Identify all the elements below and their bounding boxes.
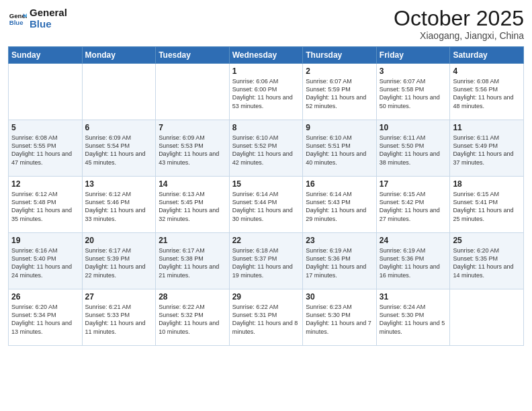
day-number: 12: [11, 179, 79, 189]
day-number: 6: [85, 123, 153, 132]
calendar-day-cell: 9Sunrise: 6:10 AM Sunset: 5:51 PM Daylig…: [303, 120, 377, 177]
svg-text:Blue: Blue: [9, 19, 24, 26]
calendar-day-cell: 7Sunrise: 6:09 AM Sunset: 5:53 PM Daylig…: [156, 120, 230, 177]
day-number: 18: [453, 179, 521, 189]
calendar-day-cell: 8Sunrise: 6:10 AM Sunset: 5:52 PM Daylig…: [229, 120, 303, 177]
day-number: 22: [232, 236, 300, 245]
day-number: 23: [306, 236, 373, 245]
day-detail: Sunrise: 6:22 AM Sunset: 5:31 PM Dayligh…: [232, 303, 300, 336]
day-number: 20: [85, 236, 153, 245]
calendar-day-cell: 14Sunrise: 6:13 AM Sunset: 5:45 PM Dayli…: [156, 177, 230, 233]
weekday-header: Wednesday: [229, 47, 303, 64]
calendar-day-cell: 27Sunrise: 6:21 AM Sunset: 5:33 PM Dayli…: [82, 289, 156, 346]
calendar-week-row: 19Sunrise: 6:16 AM Sunset: 5:40 PM Dayli…: [9, 233, 524, 289]
calendar-week-row: 1Sunrise: 6:06 AM Sunset: 6:00 PM Daylig…: [9, 64, 524, 120]
day-detail: Sunrise: 6:22 AM Sunset: 5:32 PM Dayligh…: [159, 303, 226, 336]
day-detail: Sunrise: 6:15 AM Sunset: 5:42 PM Dayligh…: [380, 190, 447, 223]
day-number: 21: [159, 236, 226, 245]
day-number: 16: [306, 179, 373, 189]
calendar-day-cell: 5Sunrise: 6:08 AM Sunset: 5:55 PM Daylig…: [9, 120, 83, 177]
day-detail: Sunrise: 6:11 AM Sunset: 5:50 PM Dayligh…: [380, 134, 447, 167]
day-detail: Sunrise: 6:18 AM Sunset: 5:37 PM Dayligh…: [232, 246, 300, 279]
day-number: 7: [159, 123, 226, 132]
day-number: 9: [306, 123, 373, 132]
logo-icon: General Blue: [8, 9, 27, 28]
day-detail: Sunrise: 6:13 AM Sunset: 5:45 PM Dayligh…: [159, 190, 226, 223]
day-number: 3: [380, 66, 447, 76]
calendar-day-cell: [82, 64, 156, 120]
calendar-day-cell: 18Sunrise: 6:15 AM Sunset: 5:41 PM Dayli…: [450, 177, 524, 233]
calendar-day-cell: 19Sunrise: 6:16 AM Sunset: 5:40 PM Dayli…: [9, 233, 83, 289]
day-number: 5: [11, 123, 79, 132]
day-number: 15: [232, 179, 300, 189]
calendar-week-row: 5Sunrise: 6:08 AM Sunset: 5:55 PM Daylig…: [9, 120, 524, 177]
location: Xiaogang, Jiangxi, China: [394, 30, 524, 41]
day-detail: Sunrise: 6:06 AM Sunset: 6:00 PM Dayligh…: [232, 77, 300, 110]
day-detail: Sunrise: 6:20 AM Sunset: 5:34 PM Dayligh…: [11, 303, 79, 336]
day-detail: Sunrise: 6:24 AM Sunset: 5:30 PM Dayligh…: [380, 303, 447, 336]
weekday-header: Saturday: [450, 47, 524, 64]
day-number: 2: [306, 66, 373, 76]
page-container: General Blue General Blue October 2025 X…: [0, 0, 532, 411]
calendar-day-cell: 1Sunrise: 6:06 AM Sunset: 6:00 PM Daylig…: [229, 64, 303, 120]
day-detail: Sunrise: 6:07 AM Sunset: 5:59 PM Dayligh…: [306, 77, 373, 110]
day-number: 4: [453, 66, 521, 76]
day-number: 31: [380, 292, 447, 302]
day-detail: Sunrise: 6:08 AM Sunset: 5:55 PM Dayligh…: [11, 134, 79, 167]
day-detail: Sunrise: 6:17 AM Sunset: 5:38 PM Dayligh…: [159, 246, 226, 279]
day-detail: Sunrise: 6:09 AM Sunset: 5:53 PM Dayligh…: [159, 134, 226, 167]
day-number: 14: [159, 179, 226, 189]
day-number: 1: [232, 66, 300, 76]
calendar-day-cell: 23Sunrise: 6:19 AM Sunset: 5:36 PM Dayli…: [303, 233, 377, 289]
day-detail: Sunrise: 6:11 AM Sunset: 5:49 PM Dayligh…: [453, 134, 521, 167]
day-number: 26: [11, 292, 79, 302]
calendar-day-cell: 2Sunrise: 6:07 AM Sunset: 5:59 PM Daylig…: [303, 64, 377, 120]
calendar-day-cell: 24Sunrise: 6:19 AM Sunset: 5:36 PM Dayli…: [376, 233, 450, 289]
calendar-day-cell: 16Sunrise: 6:14 AM Sunset: 5:43 PM Dayli…: [303, 177, 377, 233]
day-detail: Sunrise: 6:20 AM Sunset: 5:35 PM Dayligh…: [453, 246, 521, 279]
calendar-day-cell: 12Sunrise: 6:12 AM Sunset: 5:48 PM Dayli…: [9, 177, 83, 233]
day-number: 8: [232, 123, 300, 132]
day-number: 27: [85, 292, 153, 302]
day-detail: Sunrise: 6:07 AM Sunset: 5:58 PM Dayligh…: [380, 77, 447, 110]
calendar-header-row: SundayMondayTuesdayWednesdayThursdayFrid…: [9, 47, 524, 64]
calendar-day-cell: 29Sunrise: 6:22 AM Sunset: 5:31 PM Dayli…: [229, 289, 303, 346]
day-number: 30: [306, 292, 373, 302]
weekday-header: Monday: [82, 47, 156, 64]
calendar-day-cell: 4Sunrise: 6:08 AM Sunset: 5:56 PM Daylig…: [450, 64, 524, 120]
day-detail: Sunrise: 6:10 AM Sunset: 5:51 PM Dayligh…: [306, 134, 373, 167]
day-number: 24: [380, 236, 447, 245]
day-number: 13: [85, 179, 153, 189]
day-detail: Sunrise: 6:14 AM Sunset: 5:43 PM Dayligh…: [306, 190, 373, 223]
day-detail: Sunrise: 6:10 AM Sunset: 5:52 PM Dayligh…: [232, 134, 300, 167]
day-detail: Sunrise: 6:19 AM Sunset: 5:36 PM Dayligh…: [306, 246, 373, 279]
day-detail: Sunrise: 6:12 AM Sunset: 5:48 PM Dayligh…: [11, 190, 79, 223]
logo: General Blue General Blue: [8, 7, 67, 30]
calendar-day-cell: 6Sunrise: 6:09 AM Sunset: 5:54 PM Daylig…: [82, 120, 156, 177]
weekday-header: Sunday: [9, 47, 83, 64]
day-detail: Sunrise: 6:23 AM Sunset: 5:30 PM Dayligh…: [306, 303, 373, 336]
calendar-day-cell: 3Sunrise: 6:07 AM Sunset: 5:58 PM Daylig…: [376, 64, 450, 120]
month-title: October 2025: [394, 7, 524, 30]
calendar-day-cell: 28Sunrise: 6:22 AM Sunset: 5:32 PM Dayli…: [156, 289, 230, 346]
calendar-day-cell: 15Sunrise: 6:14 AM Sunset: 5:44 PM Dayli…: [229, 177, 303, 233]
calendar-day-cell: 17Sunrise: 6:15 AM Sunset: 5:42 PM Dayli…: [376, 177, 450, 233]
calendar-day-cell: 11Sunrise: 6:11 AM Sunset: 5:49 PM Dayli…: [450, 120, 524, 177]
logo-text: General Blue: [30, 7, 67, 30]
calendar-week-row: 12Sunrise: 6:12 AM Sunset: 5:48 PM Dayli…: [9, 177, 524, 233]
weekday-header: Tuesday: [156, 47, 230, 64]
calendar-day-cell: 26Sunrise: 6:20 AM Sunset: 5:34 PM Dayli…: [9, 289, 83, 346]
calendar-day-cell: 21Sunrise: 6:17 AM Sunset: 5:38 PM Dayli…: [156, 233, 230, 289]
calendar-day-cell: 10Sunrise: 6:11 AM Sunset: 5:50 PM Dayli…: [376, 120, 450, 177]
day-number: 11: [453, 123, 521, 132]
calendar-week-row: 26Sunrise: 6:20 AM Sunset: 5:34 PM Dayli…: [9, 289, 524, 346]
calendar-day-cell: [450, 289, 524, 346]
day-detail: Sunrise: 6:17 AM Sunset: 5:39 PM Dayligh…: [85, 246, 153, 279]
day-detail: Sunrise: 6:15 AM Sunset: 5:41 PM Dayligh…: [453, 190, 521, 223]
calendar-day-cell: 25Sunrise: 6:20 AM Sunset: 5:35 PM Dayli…: [450, 233, 524, 289]
calendar-day-cell: 31Sunrise: 6:24 AM Sunset: 5:30 PM Dayli…: [376, 289, 450, 346]
day-detail: Sunrise: 6:21 AM Sunset: 5:33 PM Dayligh…: [85, 303, 153, 336]
calendar-day-cell: [9, 64, 83, 120]
day-number: 25: [453, 236, 521, 245]
day-detail: Sunrise: 6:09 AM Sunset: 5:54 PM Dayligh…: [85, 134, 153, 167]
